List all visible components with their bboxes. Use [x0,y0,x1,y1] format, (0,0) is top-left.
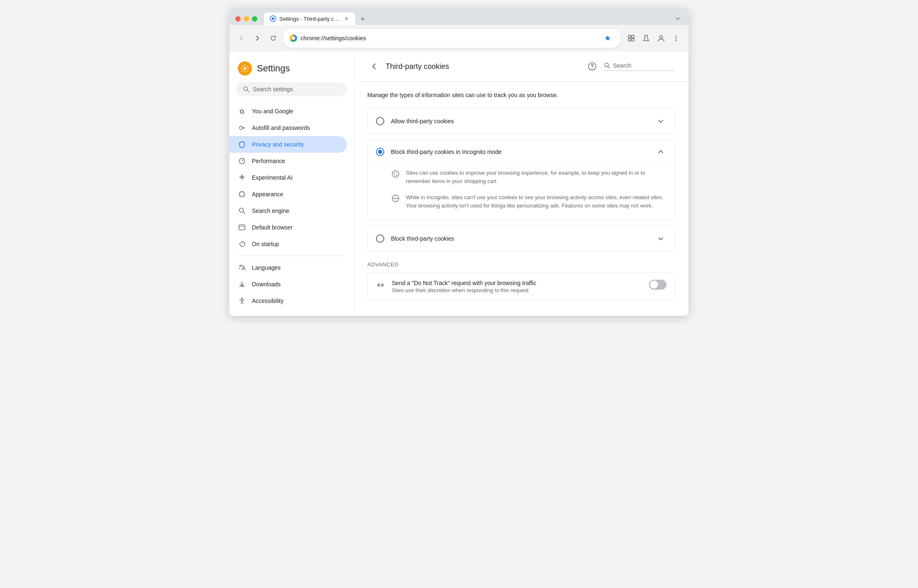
sidebar-label-you-and-google: You and Google [252,108,293,115]
radio-allow[interactable] [376,117,384,125]
block-icon [391,194,400,203]
chevron-up-incognito-icon [657,148,665,156]
content-search-input[interactable] [613,62,675,69]
do-not-track-subtitle: Sites use their discretion when respondi… [392,287,642,293]
puzzle-icon [627,34,635,42]
sidebar-divider [238,256,345,256]
sidebar-item-accessibility[interactable]: Accessibility [230,293,347,309]
active-tab[interactable]: Settings - Third-party cookie ✕ [264,12,355,25]
traffic-lights [235,16,257,22]
back-icon [370,62,378,71]
chevron-allow-button[interactable] [655,115,667,127]
settings-logo [238,61,252,76]
tab-right-controls [673,14,683,24]
radio-inner-dot [378,150,382,154]
nav-bar: chrome://settings/cookies [230,25,688,51]
expanded-item-block: While in Incognito, sites can't use your… [391,189,667,214]
sidebar-label-privacy: Privacy and security [252,141,304,148]
cookie-icon [391,169,400,178]
download-icon [238,280,246,288]
tab-close-button[interactable]: ✕ [343,15,349,22]
arrows-icon [376,281,385,290]
do-not-track-row: Send a "Do Not Track" request with your … [367,273,675,300]
chevron-incognito-button[interactable] [655,146,667,158]
settings-search-bar[interactable] [236,82,347,96]
content-body: Manage the types of information sites ca… [354,82,688,310]
svg-point-27 [394,173,395,174]
help-button[interactable] [586,60,599,73]
browser-icon [238,223,246,232]
sidebar-item-experimental-ai[interactable]: Experimental AI [230,169,347,186]
settings-header: Settings [230,58,354,82]
help-circle-icon [588,62,597,71]
new-tab-button[interactable]: + [357,13,369,25]
settings-tab-icon [270,15,276,22]
translate-icon [238,264,246,272]
expanded-text-cookie: Sites can use cookies to improve your br… [406,169,667,185]
sidebar-item-languages[interactable]: Languages [230,259,347,276]
more-dots-icon [672,34,680,42]
sidebar-item-privacy[interactable]: Privacy and security [230,136,347,153]
shield-icon [238,140,246,149]
sidebar-item-you-and-google[interactable]: G You and Google [230,103,347,120]
forward-arrow-icon [254,34,261,42]
radio-block[interactable] [376,234,384,243]
svg-point-10 [676,40,677,41]
profile-button[interactable] [654,32,668,45]
expanded-text-block: While in Incognito, sites can't use your… [406,193,667,210]
sidebar-item-performance[interactable]: Performance [230,153,347,169]
sidebar-item-autofill[interactable]: Autofill and passwords [230,120,347,136]
expanded-item-cookie: Sites can use cookies to improve your br… [391,165,667,189]
sidebar-item-on-startup[interactable]: On startup [230,236,347,252]
sidebar-label-search-engine: Search engine [252,207,289,214]
content-header: Third-party cookies [354,51,688,82]
sidebar-label-autofill: Autofill and passwords [252,124,310,131]
option-block-row[interactable]: Block third-party cookies [368,226,675,251]
do-not-track-toggle[interactable] [649,280,667,290]
svg-point-8 [676,36,677,37]
reload-icon [269,34,277,42]
gear-icon [241,64,249,73]
settings-search-input[interactable] [253,86,340,93]
sidebar-label-accessibility: Accessibility [252,298,283,304]
option-expanded-details: Sites can use cookies to improve your br… [368,164,675,220]
forward-button[interactable] [251,32,264,44]
content-search[interactable] [604,62,675,71]
svg-point-16 [242,192,242,193]
option-allow-row[interactable]: Allow third-party cookies [368,109,675,134]
more-button[interactable] [669,32,683,45]
option-block-incognito-row[interactable]: Block third-party cookies in Incognito m… [368,139,675,164]
google-icon: G [238,107,246,115]
svg-point-17 [244,195,244,196]
minimize-button[interactable] [244,16,249,22]
radio-block-incognito[interactable] [376,148,384,156]
content-back-button[interactable] [367,60,381,73]
svg-point-22 [242,298,243,299]
sidebar-item-default-browser[interactable]: Default browser [230,219,347,236]
chevron-down-icon [674,15,681,22]
reload-button[interactable] [267,32,279,44]
svg-point-9 [676,38,677,39]
svg-rect-2 [628,35,631,38]
sidebar-label-performance: Performance [252,158,285,164]
profile-icon [657,34,665,42]
extensions-button[interactable] [625,32,638,45]
sidebar-item-search-engine[interactable]: Search engine [230,203,347,219]
close-button[interactable] [235,16,241,22]
sidebar-item-appearance[interactable]: Appearance [230,186,347,203]
sidebar-item-downloads[interactable]: Downloads [230,276,347,293]
option-block-incognito-label: Block third-party cookies in Incognito m… [391,149,648,155]
svg-point-7 [660,36,663,39]
search-icon [243,85,249,93]
settings-layout: Settings G You and Google [230,51,688,316]
tab-dropdown-button[interactable] [673,14,683,24]
address-bar[interactable]: chrome://settings/cookies [283,28,621,48]
chevron-block-button[interactable] [655,233,667,244]
bookmark-button[interactable] [601,32,614,45]
lab-button[interactable] [640,32,653,45]
back-button[interactable] [235,32,248,44]
do-not-track-text: Send a "Do Not Track" request with your … [392,280,642,293]
chrome-logo-icon [290,34,297,42]
svg-point-29 [396,175,398,176]
maximize-button[interactable] [252,16,257,22]
